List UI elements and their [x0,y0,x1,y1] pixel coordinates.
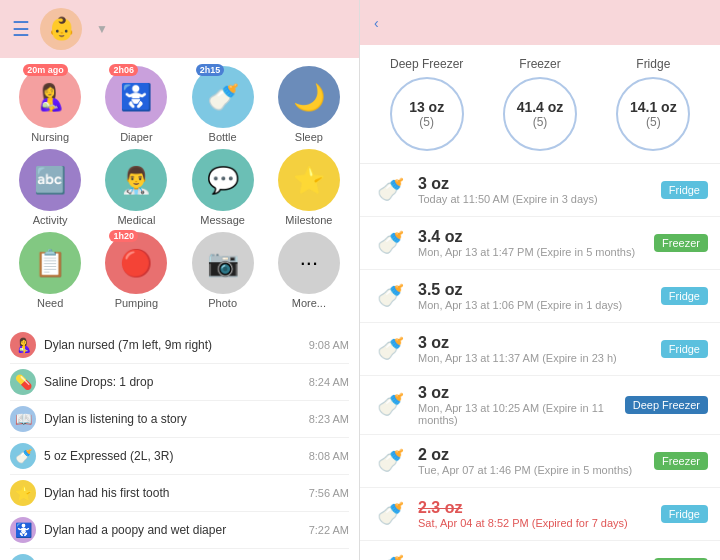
table-row[interactable]: 🍼 3 oz Mon, Apr 13 at 11:37 AM (Expire i… [360,323,720,376]
bottle-icon: 🍼 [372,549,408,560]
grid-item-more[interactable]: ··· More... [269,232,349,309]
grid-item-bottle[interactable]: 2h15 🍼 Bottle [183,66,263,143]
entry-time: 8:08 AM [309,450,349,462]
avatar: 👶 [40,8,82,50]
table-row[interactable]: 🍼 3 oz Mon, Apr 13 at 10:25 AM (Expire i… [360,376,720,435]
grid-icon: 🚼 [120,82,152,113]
entry-text: 5 oz Expressed (2L, 3R) [44,449,301,463]
entry-time: 9:08 AM [309,339,349,351]
entry-icon: ⭐ [10,480,36,506]
storage-oz: 13 oz [409,99,444,115]
grid-icon: 🔴 [120,248,152,279]
entry-text: Dylan nursed (7m left, 9m right) [44,338,301,352]
stash-tag: Freezer [654,452,708,470]
entry-text: Dylan had a poopy and wet diaper [44,523,301,537]
grid-label: More... [292,297,326,309]
entry-time: 7:22 AM [309,524,349,536]
grid-label: Nursing [31,131,69,143]
grid-circle: 📷 [192,232,254,294]
grid-item-pumping[interactable]: 1h20 🔴 Pumping [96,232,176,309]
stash-info: 3 oz Mon, Apr 13 at 10:25 AM (Expire in … [418,384,615,426]
list-item[interactable]: 🍼 Dylan drank 3 oz of milk 7:13 AM [10,549,349,560]
storage-column-deep-freezer: Deep Freezer 13 oz (5) [390,57,464,151]
grid-circle: 2h06 🚼 [105,66,167,128]
stash-date: Tue, Apr 07 at 1:46 PM (Expire in 5 mont… [418,464,644,476]
grid-circle: ··· [278,232,340,294]
grid-item-need[interactable]: 📋 Need [10,232,90,309]
grid-item-medical[interactable]: 👨‍⚕️ Medical [96,149,176,226]
stash-tag: Fridge [661,181,708,199]
entry-time: 7:56 AM [309,487,349,499]
grid-icon: 📷 [207,248,239,279]
list-item[interactable]: 📖 Dylan is listening to a story 8:23 AM [10,401,349,438]
menu-icon[interactable]: ☰ [12,17,30,41]
grid-circle: 2h15 🍼 [192,66,254,128]
grid-item-activity[interactable]: 🔤 Activity [10,149,90,226]
table-row[interactable]: 🍼 3 oz Freezer [360,541,720,560]
stash-date: Today at 11:50 AM (Expire in 3 days) [418,193,651,205]
list-item[interactable]: 🤱 Dylan nursed (7m left, 9m right) 9:08 … [10,327,349,364]
grid-label: Need [37,297,63,309]
storage-summary: Deep Freezer 13 oz (5) Freezer 41.4 oz (… [360,45,720,164]
storage-type-label: Fridge [636,57,670,71]
table-row[interactable]: 🍼 2.3 oz Sat, Apr 04 at 8:52 PM (Expired… [360,488,720,541]
list-item[interactable]: 🚼 Dylan had a poopy and wet diaper 7:22 … [10,512,349,549]
grid-icon: ⭐ [293,165,325,196]
stash-tag: Deep Freezer [625,396,708,414]
grid-icon: 📋 [34,248,66,279]
stash-amount: 2 oz [418,446,644,464]
right-panel: ‹ Deep Freezer 13 oz (5) Freezer 41.4 oz… [360,0,720,560]
grid-circle: 🌙 [278,66,340,128]
storage-circle[interactable]: 14.1 oz (5) [616,77,690,151]
entry-icon: 🍼 [10,554,36,560]
grid-item-diaper[interactable]: 2h06 🚼 Diaper [96,66,176,143]
grid-circle: 1h20 🔴 [105,232,167,294]
storage-type-label: Deep Freezer [390,57,463,71]
storage-circle[interactable]: 41.4 oz (5) [503,77,577,151]
stash-amount: 3.5 oz [418,281,651,299]
grid-item-milestone[interactable]: ⭐ Milestone [269,149,349,226]
grid-icon: 🍼 [207,82,239,113]
entry-icon: 📖 [10,406,36,432]
grid-circle: 🔤 [19,149,81,211]
entry-time: 8:23 AM [309,413,349,425]
grid-item-message[interactable]: 💬 Message [183,149,263,226]
header-info: ▼ [92,22,347,36]
badge: 20m ago [23,64,68,76]
table-row[interactable]: 🍼 3.5 oz Mon, Apr 13 at 1:06 PM (Expire … [360,270,720,323]
back-button[interactable]: ‹ [374,15,381,31]
bottle-icon: 🍼 [372,387,408,423]
table-row[interactable]: 🍼 2 oz Tue, Apr 07 at 1:46 PM (Expire in… [360,435,720,488]
stash-tag: Freezer [654,234,708,252]
list-item[interactable]: ⭐ Dylan had his first tooth 7:56 AM [10,475,349,512]
stash-info: 3 oz Mon, Apr 13 at 11:37 AM (Expire in … [418,334,651,364]
table-row[interactable]: 🍼 3.4 oz Mon, Apr 13 at 1:47 PM (Expire … [360,217,720,270]
stash-info: 3 oz Today at 11:50 AM (Expire in 3 days… [418,175,651,205]
entry-time: 8:24 AM [309,376,349,388]
grid-item-nursing[interactable]: 20m ago 🤱 Nursing [10,66,90,143]
grid-label: Diaper [120,131,152,143]
grid-item-photo[interactable]: 📷 Photo [183,232,263,309]
grid-icon: 👨‍⚕️ [120,165,152,196]
storage-circle[interactable]: 13 oz (5) [390,77,464,151]
entry-text: Dylan is listening to a story [44,412,301,426]
child-name[interactable]: ▼ [92,22,347,36]
grid-icon: 💬 [207,165,239,196]
table-row[interactable]: 🍼 3 oz Today at 11:50 AM (Expire in 3 da… [360,164,720,217]
grid-icon: 🔤 [34,165,66,196]
stash-tag: Fridge [661,505,708,523]
stash-tag: Fridge [661,287,708,305]
stash-date: Mon, Apr 13 at 1:47 PM (Expire in 5 mont… [418,246,644,258]
entry-text: Saline Drops: 1 drop [44,375,301,389]
entry-icon: 🤱 [10,332,36,358]
grid-icon: 🤱 [34,82,66,113]
grid-label: Medical [117,214,155,226]
list-item[interactable]: 🍼 5 oz Expressed (2L, 3R) 8:08 AM [10,438,349,475]
entry-icon: 🚼 [10,517,36,543]
stash-date: Sat, Apr 04 at 8:52 PM (Expired for 7 da… [418,517,651,529]
grid-item-sleep[interactable]: 🌙 Sleep [269,66,349,143]
app-header: ☰ 👶 ▼ [0,0,359,58]
storage-count: (5) [419,115,434,129]
activity-grid: 20m ago 🤱 Nursing 2h06 🚼 Diaper 2h15 🍼 B… [0,58,359,317]
list-item[interactable]: 💊 Saline Drops: 1 drop 8:24 AM [10,364,349,401]
